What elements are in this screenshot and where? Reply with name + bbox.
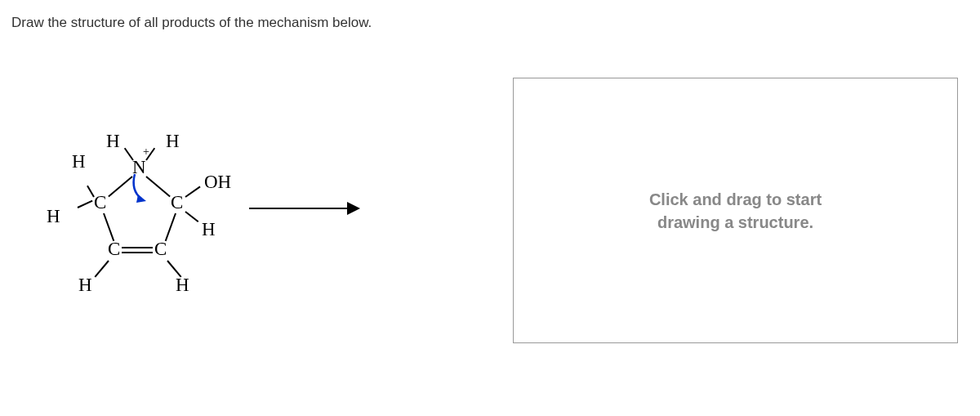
bond [78,200,93,208]
structure-drawing-canvas[interactable]: Click and drag to start drawing a struct… [513,78,958,343]
reaction-arrow [249,200,363,217]
bond [124,148,134,161]
bond [185,186,200,198]
bond [95,260,109,277]
drawing-placeholder-text: Click and drag to start drawing a struct… [649,188,822,234]
bond [165,213,176,242]
atom-h-bottom-right: H [176,275,189,296]
bond [167,260,181,277]
atom-oh: OH [204,172,231,193]
atom-h-top-left: H [106,131,120,152]
reactant-structure: H H + N H H C C OH H C C H H [45,123,404,327]
svg-marker-0 [136,195,146,203]
atom-c-bottom-right: C [154,239,167,260]
mechanism-arrow-icon [127,170,176,207]
bond-double-bottom [122,252,153,253]
atom-h-left: H [47,206,60,227]
atom-h-left-upper: H [72,151,86,172]
bond [103,213,114,242]
atom-c-left: C [94,192,106,213]
atom-h-right: H [202,219,216,240]
bond-double-top [122,247,153,248]
question-prompt: Draw the structure of all products of th… [11,15,372,31]
bond [185,211,198,222]
atom-h-top-right: H [166,131,180,152]
atom-c-bottom-left: C [108,239,120,260]
atom-h-bottom-left: H [78,275,92,296]
